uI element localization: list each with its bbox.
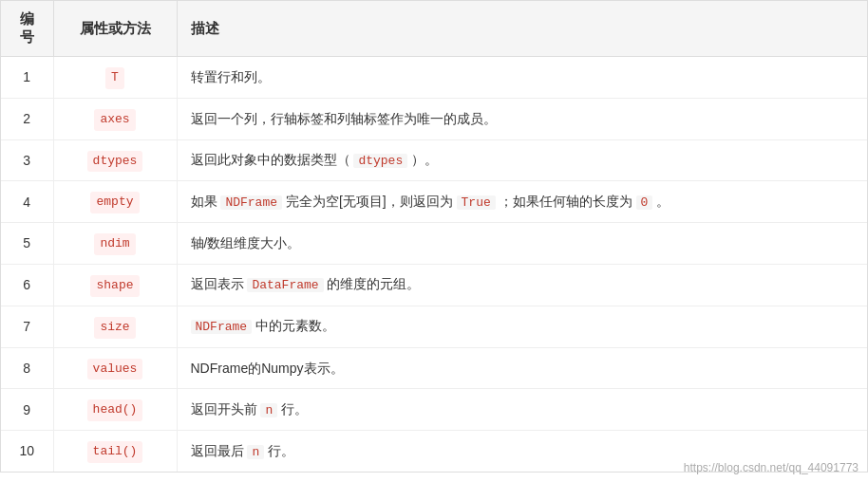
num-cell: 9 [1, 389, 53, 431]
desc-cell: 返回此对象中的数据类型（ dtypes ）。 [177, 139, 867, 181]
table-row: 8valuesNDFrame的Numpy表示。 [1, 347, 867, 389]
attr-code: values [87, 359, 143, 380]
num-cell: 7 [1, 306, 53, 347]
main-table-container: 编号 属性或方法 描述 1T转置行和列。2axes返回一个列，行轴标签和列轴标签… [0, 0, 868, 473]
attr-cell: T [53, 57, 177, 99]
attr-code: axes [94, 109, 135, 131]
table-row: 4empty如果 NDFrame 完全为空[无项目]，则返回为 True ；如果… [1, 181, 867, 223]
desc-cell: 返回表示 DataFrame 的维度的元组。 [177, 264, 867, 306]
attr-cell: ndim [53, 223, 177, 265]
table-row: 6shape返回表示 DataFrame 的维度的元组。 [1, 264, 867, 306]
attr-cell: empty [53, 181, 177, 223]
desc-cell: NDFrame 中的元素数。 [177, 306, 867, 347]
num-cell: 1 [1, 57, 53, 99]
table-row: 7sizeNDFrame 中的元素数。 [1, 306, 867, 347]
table-row: 3dtypes返回此对象中的数据类型（ dtypes ）。 [1, 139, 867, 181]
num-cell: 3 [1, 139, 53, 181]
attr-cell: head() [53, 389, 177, 431]
num-cell: 4 [1, 181, 53, 223]
attr-cell: tail() [53, 431, 177, 472]
num-cell: 5 [1, 223, 53, 265]
attr-code: ndim [94, 233, 135, 255]
attr-code: head() [87, 399, 143, 421]
table-row: 5ndim轴/数组维度大小。 [1, 223, 867, 265]
desc-cell: 返回一个列，行轴标签和列轴标签作为唯一的成员。 [177, 98, 867, 139]
attr-code: empty [90, 192, 139, 213]
table-row: 9head()返回开头前 n 行。 [1, 389, 867, 431]
desc-cell: 返回开头前 n 行。 [177, 389, 867, 431]
table-row: 1T转置行和列。 [1, 57, 867, 99]
attr-code: tail() [87, 441, 143, 463]
watermark: https://blog.csdn.net/qq_44091773 [684, 461, 859, 474]
num-cell: 6 [1, 264, 53, 306]
attr-code: T [105, 67, 124, 89]
table-header-row: 编号 属性或方法 描述 [1, 1, 867, 57]
attr-cell: shape [53, 264, 177, 306]
num-cell: 2 [1, 98, 53, 139]
header-attr: 属性或方法 [53, 1, 177, 57]
num-cell: 10 [1, 431, 53, 472]
attr-cell: values [53, 347, 177, 389]
attr-code: shape [90, 275, 139, 297]
table-row: 2axes返回一个列，行轴标签和列轴标签作为唯一的成员。 [1, 98, 867, 139]
desc-cell: 如果 NDFrame 完全为空[无项目]，则返回为 True ；如果任何轴的长度… [177, 181, 867, 223]
header-desc: 描述 [177, 1, 867, 57]
desc-cell: 转置行和列。 [177, 57, 867, 99]
header-num: 编号 [1, 1, 53, 57]
attr-code: dtypes [87, 151, 143, 173]
desc-cell: NDFrame的Numpy表示。 [177, 347, 867, 389]
num-cell: 8 [1, 347, 53, 389]
attr-cell: dtypes [53, 139, 177, 181]
attr-code: size [94, 317, 135, 339]
desc-cell: 轴/数组维度大小。 [177, 223, 867, 265]
attr-cell: size [53, 306, 177, 347]
data-table: 编号 属性或方法 描述 1T转置行和列。2axes返回一个列，行轴标签和列轴标签… [1, 1, 867, 472]
attr-cell: axes [53, 98, 177, 139]
